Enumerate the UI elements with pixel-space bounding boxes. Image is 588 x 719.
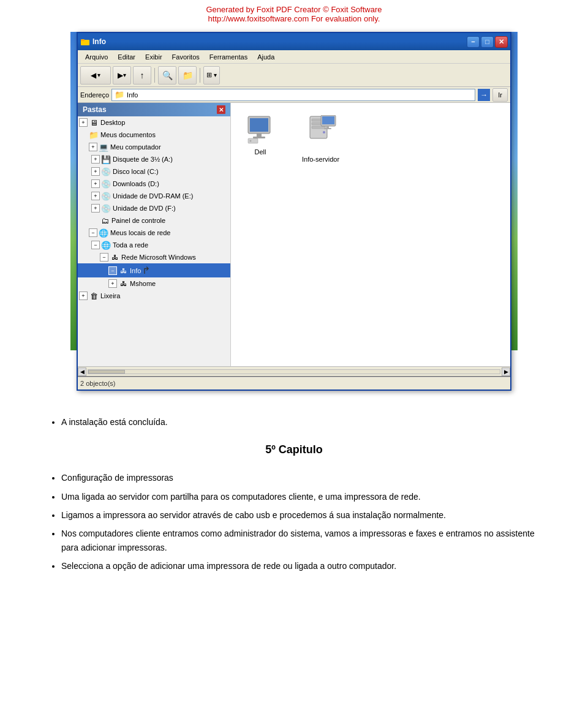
label-lixeira: Lixeira [100,292,120,299]
left-panel-header: Pastas ✕ [78,103,230,116]
expander-lixeira[interactable]: + [79,292,88,300]
search-button[interactable]: 🔍 [158,66,176,85]
menu-favoritos[interactable]: Favoritos [167,52,205,62]
svg-rect-1 [81,39,85,41]
left-panel: Pastas ✕ + 🖥 Desktop 📁 Meus documentos [78,103,231,366]
expander-locais-rede[interactable]: − [89,228,97,237]
watermark-line1: Generated by Foxit PDF Creator © Foxit S… [0,5,588,14]
pastas-label: Pastas [83,105,107,114]
tree-item-lixeira[interactable]: + 🗑 Lixeira [78,290,230,302]
folders-icon: 📁 [183,70,193,80]
bullet-3: Nos computadores cliente entramos como a… [61,527,539,554]
tree-item-desktop[interactable]: + 🖥 Desktop [78,116,230,129]
scrollbar-horizontal[interactable]: ◀ ▶ [78,366,510,376]
svg-rect-11 [312,126,325,129]
tree-item-downloads[interactable]: + 💿 Downloads (D:) [78,178,230,190]
expander-info[interactable]: − [108,266,117,275]
tree-item-disquete[interactable]: + 💾 Disquete de 3½ (A:) [78,153,230,165]
icon-dvd-f: 💿 [101,203,111,213]
menu-exibir[interactable]: Exibir [140,52,167,62]
minimize-button[interactable]: − [467,36,480,48]
view-button[interactable]: ⊞ ▾ [203,66,220,85]
back-button[interactable]: ◀ ▾ [80,66,111,85]
go-button[interactable]: Ir [492,88,508,102]
expander-disquete[interactable]: + [91,155,100,164]
up-button[interactable]: ↑ [133,66,151,85]
tree-item-info[interactable]: − 🖧 Info ↱ [78,263,230,277]
servidor-label: Info-servidor [302,156,339,163]
menubar: Arquivo Editar Exibir Favoritos Ferramen… [78,50,510,64]
scroll-left[interactable]: ◀ [78,367,86,376]
svg-rect-3 [250,118,268,132]
menu-ajuda[interactable]: Ajuda [252,52,279,62]
label-downloads: Downloads (D:) [113,180,159,187]
expander-dvdram[interactable]: + [91,192,100,200]
expander-meu-comp[interactable]: + [89,143,97,151]
label-disquete: Disquete de 3½ (A:) [113,156,173,163]
bullet-2: Ligamos a impressora ao servidor através… [61,508,539,522]
address-folder-icon: 📁 [115,90,124,99]
panel-close[interactable]: ✕ [217,105,225,114]
expander-disco-c[interactable]: + [91,167,100,176]
tree-item-dvd-f[interactable]: + 💿 Unidade de DVD (F:) [78,202,230,214]
label-toda-rede: Toda a rede [113,241,148,249]
bullet-4: Selecciona a opção de adicionar uma impr… [61,559,539,573]
svg-point-7 [250,140,252,142]
titlebar: Info − □ ✕ [78,33,510,50]
tree-item-dvdram[interactable]: + 💿 Unidade de DVD-RAM (E:) [78,190,230,202]
label-rede-ms: Rede Microsoft Windows [121,254,196,261]
expander-mshome[interactable]: + [108,279,117,288]
toolbar-separator-1 [154,68,155,83]
address-input[interactable]: 📁 Info [111,89,475,101]
scrollbar-track[interactable] [88,369,500,374]
icon-dell[interactable]: Dell [243,115,277,354]
tree-item-disco-c[interactable]: + 💿 Disco local (C:) [78,165,230,178]
address-label: Endereço [80,91,109,99]
menu-editar[interactable]: Editar [113,52,140,62]
tree-item-meus-doc[interactable]: 📁 Meus documentos [78,129,230,141]
icon-painel: 🗂 [100,216,110,225]
titlebar-left: Info [80,37,106,47]
label-painel: Painel de controle [111,217,165,224]
expander-rede-ms[interactable]: − [100,253,108,262]
expander-toda-rede[interactable]: − [91,241,100,249]
label-meu-comp: Meu computador [110,143,161,151]
svg-rect-5 [253,137,265,138]
addressbar: Endereço 📁 Info → Ir [78,87,510,103]
tree-item-meu-comp[interactable]: + 💻 Meu computador [78,141,230,153]
icon-locais-rede: 🌐 [99,228,108,238]
xp-window: Info − □ ✕ Arquivo Editar Exibir Favorit… [77,32,511,391]
document-content: A instalação está concluída. 5º Capitulo… [0,397,588,597]
forward-button[interactable]: ▶ ▾ [113,66,131,85]
tree-item-rede-ms[interactable]: − 🖧 Rede Microsoft Windows [78,251,230,263]
bullet-list: Configuração de impressoras Uma ligada a… [61,471,539,573]
scrollbar-thumb[interactable] [88,370,125,374]
svg-rect-14 [322,116,334,124]
svg-rect-4 [257,134,262,137]
icon-downloads: 💿 [101,179,111,189]
expander-dvd-f[interactable]: + [91,204,100,213]
tree-item-mshome[interactable]: + 🖧 Mshome [78,277,230,290]
label-dvd-f: Unidade de DVD (F:) [113,205,176,212]
main-area: Pastas ✕ + 🖥 Desktop 📁 Meus documentos [78,103,510,366]
tree-item-toda-rede[interactable]: − 🌐 Toda a rede [78,239,230,251]
close-button[interactable]: ✕ [495,36,508,48]
watermark-line2: http://www.foxitsoftware.com For evaluat… [0,14,588,23]
tree-item-painel[interactable]: 🗂 Painel de controle [78,214,230,227]
folders-button[interactable]: 📁 [178,66,197,85]
svg-point-12 [323,131,325,134]
expander-desktop[interactable]: + [79,118,88,127]
expander-downloads[interactable]: + [91,179,100,188]
icon-info: 🖧 [118,266,128,276]
label-meus-doc: Meus documentos [100,131,156,138]
menu-ferramentas[interactable]: Ferramentas [205,52,252,62]
menu-arquivo[interactable]: Arquivo [80,52,113,62]
icon-mshome: 🖧 [118,279,128,288]
tree-item-locais-rede[interactable]: − 🌐 Meus locais de rede [78,227,230,239]
label-dvdram: Unidade de DVD-RAM (E:) [113,192,193,200]
address-go-icon[interactable]: → [478,89,490,101]
maximize-button[interactable]: □ [481,36,494,48]
scroll-right[interactable]: ▶ [502,367,510,376]
icon-info-servidor[interactable]: Info-servidor [302,115,339,354]
icon-disco-c: 💿 [101,167,111,176]
